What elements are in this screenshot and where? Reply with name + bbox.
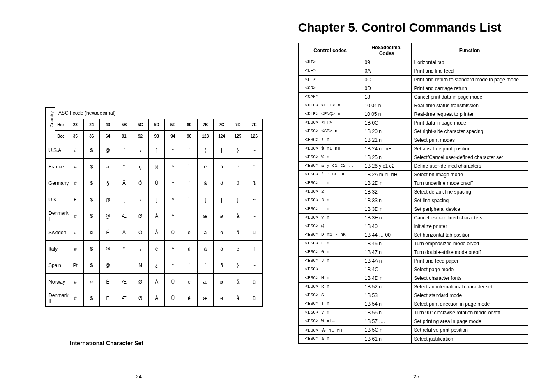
command-code-cell: <ESC> ? n: [298, 214, 362, 222]
command-hex-cell: 10 04 n: [362, 101, 411, 110]
ascii-dec-cell: 126: [246, 131, 263, 142]
command-row: <ESC> L1B 4CSelect page mode: [298, 265, 528, 274]
ascii-char-cell: Ø: [132, 290, 149, 307]
ascii-country-cell: Norway: [46, 274, 67, 290]
command-code-cell: <ESC> 3 n: [298, 196, 362, 205]
ascii-char-cell: ^: [165, 208, 181, 224]
command-row: <ESC> W xL…..1B 57 ….Set printing area i…: [298, 317, 528, 326]
ascii-char-cell: ^: [165, 175, 181, 191]
ascii-char-cell: Å: [148, 224, 165, 241]
ascii-dec-cell: 123: [197, 131, 214, 142]
command-code-cell: <DLE> <EOT> n: [298, 101, 362, 110]
command-hex-cell: 1B 2A m nL nH: [362, 171, 411, 179]
command-func-cell: Turn 90° clockwise rotation mode on/off: [411, 309, 528, 317]
ascii-char-cell: É: [100, 224, 116, 241]
page-number-left: 24: [136, 374, 142, 380]
command-hex-cell: 1B 54 n: [362, 300, 411, 309]
ascii-char-cell: ò: [214, 241, 230, 257]
ascii-char-cell: Ö: [132, 175, 149, 191]
ascii-char-cell: }: [230, 142, 246, 159]
ascii-hex-cell: 24: [83, 119, 100, 131]
command-row: <ESC> * m nL nH ..1B 2A m nL nHSelect bi…: [298, 171, 528, 179]
ascii-hex-cell: 7C: [214, 119, 230, 131]
ascii-dec-cell: 96: [181, 131, 198, 142]
ascii-char-cell: `: [181, 208, 198, 224]
ascii-dec-cell: 36: [83, 131, 100, 142]
command-func-cell: Select/Cancel user-defined character set: [411, 153, 528, 162]
command-code-cell: <FF>: [298, 76, 362, 84]
ascii-row: Italy#$@°\é^ùàòèì: [46, 241, 263, 257]
command-hex-cell: 1B 40: [362, 222, 411, 231]
ascii-country-cell: Denmark II: [46, 290, 67, 307]
command-row: <ESC> 21B 32Select default line spacing: [298, 188, 528, 196]
ascii-char-cell: |: [214, 191, 230, 208]
ascii-char-cell: $: [83, 142, 100, 159]
ascii-char-cell: å: [230, 224, 246, 241]
command-code-cell: <ESC> = n: [298, 205, 362, 214]
ascii-hex-row: Hex2324405B5C5D5E607B7C7D7E: [46, 119, 263, 131]
ascii-hex-cell: 7D: [230, 119, 246, 131]
command-hex-cell: 1B 3D n: [362, 205, 411, 214]
command-row: <ESC> = n1B 3D nSet peripheral device: [298, 205, 528, 214]
ascii-hex-cell: 7E: [246, 119, 263, 131]
command-row: <ESC> ! n1B 21 nSelect print modes: [298, 136, 528, 145]
command-code-cell: <ESC> <SP> n: [298, 127, 362, 136]
ascii-char-cell: à: [197, 241, 214, 257]
ascii-char-cell: §: [100, 175, 116, 191]
command-func-cell: Print and return to standard mode in pag…: [411, 76, 528, 84]
ascii-char-cell: Ö: [132, 224, 149, 241]
ascii-char-cell: Å: [148, 290, 165, 307]
command-code-cell: <ESC> a n: [298, 335, 362, 344]
ascii-char-cell: Å: [148, 274, 165, 290]
ascii-char-cell: @: [100, 208, 116, 224]
ascii-char-cell: ^: [165, 257, 181, 274]
ascii-char-cell: Pt: [67, 257, 84, 274]
ascii-dec-cell: 64: [100, 131, 116, 142]
ascii-country-cell: U.S.A.: [46, 142, 67, 159]
command-code-cell: <ESC> J n: [298, 257, 362, 265]
ascii-char-cell: è: [230, 159, 246, 175]
command-hex-cell: 1B 25 n: [362, 153, 411, 162]
ascii-char-cell: `: [181, 257, 198, 274]
ascii-char-cell: $: [83, 175, 100, 191]
ascii-char-cell: £: [67, 191, 84, 208]
commands-table: Control codes Hexadecimal Codes Function…: [298, 43, 528, 344]
ascii-char-cell: Æ: [116, 290, 132, 307]
ascii-char-cell: ü: [246, 224, 263, 241]
ascii-char-cell: Æ: [116, 274, 132, 290]
command-code-cell: <ESC> ￦ nL nH: [298, 326, 362, 335]
ascii-table-container: Country ASCII code (hexadecimal) Hex2324…: [45, 107, 263, 307]
command-func-cell: Set printing area in page mode: [411, 317, 528, 326]
ascii-char-cell: @: [100, 191, 116, 208]
page-number-right: 25: [413, 374, 419, 380]
command-func-cell: Select default line spacing: [411, 188, 528, 196]
command-row: <ESC> % n1B 25 nSelect/Cancel user-defin…: [298, 153, 528, 162]
command-func-cell: Initialize printer: [411, 222, 528, 231]
command-hex-cell: 1B 45 n: [362, 240, 411, 248]
ascii-char-cell: ]: [148, 142, 165, 159]
col-control-codes: Control codes: [298, 43, 362, 58]
command-hex-cell: 1B 24 nL nH: [362, 145, 411, 153]
command-row: <CAN>18Cancel print data in page mode: [298, 93, 528, 101]
command-row: <ESC> 3 n1B 33 nSet line spacing: [298, 196, 528, 205]
ascii-hex-cell: 7B: [197, 119, 214, 131]
ascii-dec-cell: 125: [230, 131, 246, 142]
command-code-cell: <ESC> * m nL nH ..: [298, 171, 362, 179]
command-hex-cell: 1B 32: [362, 188, 411, 196]
command-code-cell: <ESC> D n1 ~ nK: [298, 231, 362, 240]
ascii-country-cell: U.K.: [46, 191, 67, 208]
command-func-cell: Print and line feed: [411, 67, 528, 76]
col-hex-codes: Hexadecimal Codes: [362, 43, 411, 58]
command-func-cell: Select bit-image mode: [411, 171, 528, 179]
ascii-char-cell: å: [230, 274, 246, 290]
ascii-char-cell: Å: [148, 208, 165, 224]
ascii-char-cell: @: [100, 142, 116, 159]
command-func-cell: Select standard mode: [411, 291, 528, 300]
command-row: <ESC> ￦ nL nH1B 5C nSet relative print p…: [298, 326, 528, 335]
command-func-cell: Print and carriage return: [411, 84, 528, 93]
ascii-char-cell: |: [214, 142, 230, 159]
ascii-hex-cell: 23: [67, 119, 84, 131]
ascii-row: U.S.A.#$@[\]^`{|}~: [46, 142, 263, 159]
ascii-char-cell: ß: [246, 175, 263, 191]
ascii-table: Country ASCII code (hexadecimal) Hex2324…: [46, 107, 263, 307]
